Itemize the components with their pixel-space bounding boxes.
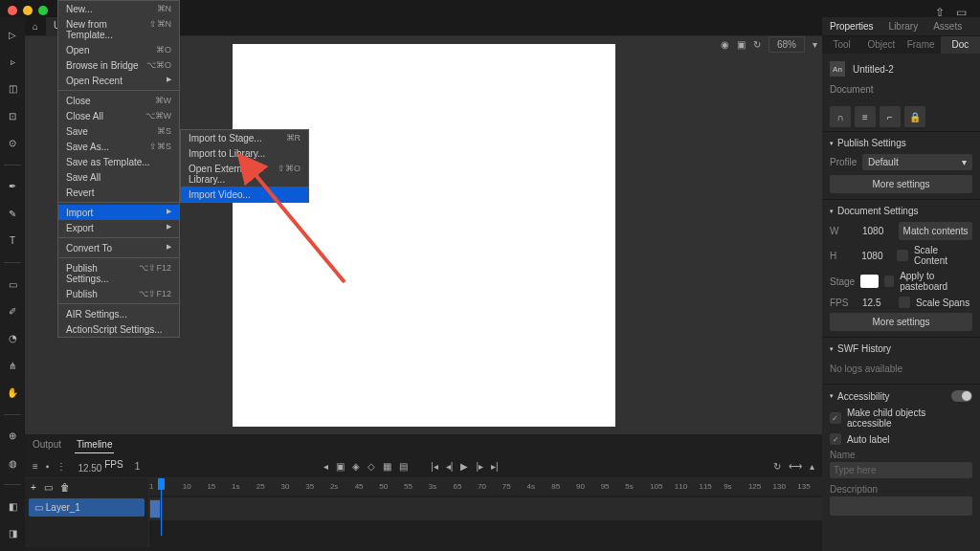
zoom-level[interactable]: 68%: [768, 36, 805, 53]
add-folder-icon[interactable]: ▭: [44, 482, 53, 493]
brush-tool-icon[interactable]: ✎: [4, 206, 21, 221]
subselection-tool-icon[interactable]: ▹: [4, 54, 21, 69]
loop-icon[interactable]: ↻: [773, 461, 781, 472]
play-icon[interactable]: ▶: [460, 461, 468, 472]
menu-item[interactable]: Import: [58, 205, 179, 220]
menu-item[interactable]: Open⌘O: [58, 42, 179, 57]
insert-frame-icon[interactable]: ◂: [323, 461, 328, 472]
fps-display[interactable]: 12.50 FPS: [78, 459, 122, 474]
menu-item[interactable]: Export: [58, 220, 179, 235]
guide-icon[interactable]: ⌐: [880, 106, 901, 127]
menu-item[interactable]: Publish⌥⇧F12: [58, 286, 179, 301]
menu-item[interactable]: Close All⌥⌘W: [58, 108, 179, 123]
share-icon[interactable]: ⇧: [935, 6, 945, 19]
publish-header[interactable]: ▾Publish Settings: [830, 138, 972, 148]
text-tool-icon[interactable]: T: [4, 233, 21, 249]
accessibility-toggle[interactable]: [951, 390, 972, 402]
fps-value[interactable]: 12.5: [862, 298, 893, 308]
insert-keyframe-icon[interactable]: ◈: [352, 461, 360, 472]
edit-multiple-icon[interactable]: ▦: [383, 461, 391, 472]
menu-item[interactable]: Open Recent: [58, 73, 179, 88]
selection-tool-icon[interactable]: ▷: [4, 27, 21, 42]
menu-item[interactable]: Browse in Bridge⌥⌘O: [58, 57, 179, 73]
menu-item[interactable]: Convert To: [58, 240, 179, 255]
scale-content-checkbox[interactable]: [897, 250, 908, 261]
tab-output[interactable]: Output: [31, 436, 63, 453]
camera-tl-icon[interactable]: ▪: [46, 461, 50, 472]
description-input[interactable]: [830, 496, 972, 516]
eyedropper-tool-icon[interactable]: ✐: [4, 303, 21, 319]
submenu-item[interactable]: Open External Library...⇧⌘O: [181, 161, 308, 187]
tab-library[interactable]: Library: [881, 17, 926, 35]
step-back-icon[interactable]: ◂|: [446, 461, 454, 472]
zoom-dropdown-icon[interactable]: ▾: [813, 39, 817, 50]
keyframe-icon[interactable]: ≡: [33, 461, 38, 472]
tab-timeline[interactable]: Timeline: [75, 436, 114, 453]
docset-header[interactable]: ▾Document Settings: [830, 206, 972, 216]
bucket-tool-icon[interactable]: ◍: [4, 455, 21, 471]
stage-color-swatch[interactable]: [860, 275, 879, 288]
menu-item[interactable]: New from Template...⇧⌘N: [58, 16, 179, 42]
acc-header[interactable]: ▾Accessibility: [830, 390, 972, 402]
free-transform-tool-icon[interactable]: ⊡: [4, 108, 21, 123]
subtab-frame[interactable]: Frame: [902, 36, 941, 54]
last-frame-icon[interactable]: ▸|: [491, 461, 499, 472]
more-settings-button[interactable]: More settings: [830, 175, 972, 193]
zoom-tool-icon[interactable]: ⊕: [4, 429, 21, 444]
rectangle-tool-icon[interactable]: ▭: [4, 276, 21, 292]
lock-icon[interactable]: 🔒: [904, 106, 925, 127]
remove-frame-icon[interactable]: ▣: [336, 461, 345, 472]
fill-color-icon[interactable]: ◨: [4, 526, 21, 541]
timeline-options-icon[interactable]: ▴: [810, 461, 814, 472]
subtab-object[interactable]: Object: [861, 36, 901, 54]
width-value[interactable]: 1080: [862, 226, 893, 236]
profile-dropdown[interactable]: Default▾: [862, 154, 972, 170]
subtab-doc[interactable]: Doc: [941, 36, 980, 54]
menu-item[interactable]: ActionScript Settings...: [58, 321, 179, 337]
frame-track[interactable]: [149, 497, 822, 520]
menu-item[interactable]: Close⌘W: [58, 93, 179, 108]
workspace-icon[interactable]: ▭: [956, 6, 967, 19]
minimize-window-icon[interactable]: [23, 6, 33, 15]
submenu-item[interactable]: Import to Stage...⌘R: [181, 130, 308, 145]
subtab-tool[interactable]: Tool: [822, 36, 861, 54]
swf-header[interactable]: ▾SWF History: [830, 343, 972, 354]
delete-layer-icon[interactable]: 🗑: [60, 482, 70, 493]
apply-pasteboard-checkbox[interactable]: [884, 276, 894, 287]
submenu-item[interactable]: Import Video...: [181, 187, 308, 202]
menu-item[interactable]: Save As...⇧⌘S: [58, 139, 179, 154]
clip-icon[interactable]: ▣: [737, 39, 746, 50]
pen-tool-icon[interactable]: ✒: [4, 179, 21, 194]
stroke-color-icon[interactable]: ◧: [4, 498, 21, 514]
menu-item[interactable]: Publish Settings...⌥⇧F12: [58, 260, 179, 286]
edit-icon[interactable]: ≡: [855, 106, 876, 127]
height-value[interactable]: 1080: [861, 251, 891, 261]
home-tab-icon[interactable]: ⌂: [25, 17, 46, 36]
name-input[interactable]: Type here: [830, 462, 972, 478]
view-mode-icon[interactable]: ◉: [721, 39, 729, 50]
more-settings-button-2[interactable]: More settings: [830, 313, 972, 331]
menu-item[interactable]: Save as Template...: [58, 154, 179, 169]
layer-row[interactable]: ▭ Layer_1: [29, 498, 145, 517]
first-frame-icon[interactable]: |◂: [431, 461, 438, 472]
keyframe[interactable]: [149, 499, 161, 518]
menu-item[interactable]: Save⌘S: [58, 123, 179, 139]
snap-icon[interactable]: ∩: [830, 106, 851, 127]
scale-spans-checkbox[interactable]: [899, 297, 910, 308]
timeline-zoom-icon[interactable]: ⟷: [789, 461, 802, 472]
layer-depth-icon[interactable]: ⋮: [56, 461, 66, 472]
center-frame-icon[interactable]: ▤: [399, 461, 408, 472]
frame-pane[interactable]: 1510151s2530352s4550553s6570754s8590955s…: [149, 478, 822, 547]
lasso-tool-icon[interactable]: ⊙: [4, 136, 21, 151]
paint-tool-icon[interactable]: ◔: [4, 331, 21, 346]
camera-tool-icon[interactable]: ◫: [4, 81, 21, 97]
onion-skin-icon[interactable]: ◇: [368, 461, 375, 472]
submenu-item[interactable]: Import to Library...: [181, 145, 308, 161]
auto-label-checkbox[interactable]: [830, 433, 841, 445]
add-layer-icon[interactable]: +: [31, 482, 36, 493]
menu-item[interactable]: New...⌘N: [58, 1, 179, 16]
close-window-icon[interactable]: [8, 6, 17, 15]
tab-assets[interactable]: Assets: [925, 17, 969, 35]
stage[interactable]: [233, 44, 615, 427]
frame-number[interactable]: 1: [135, 461, 141, 472]
